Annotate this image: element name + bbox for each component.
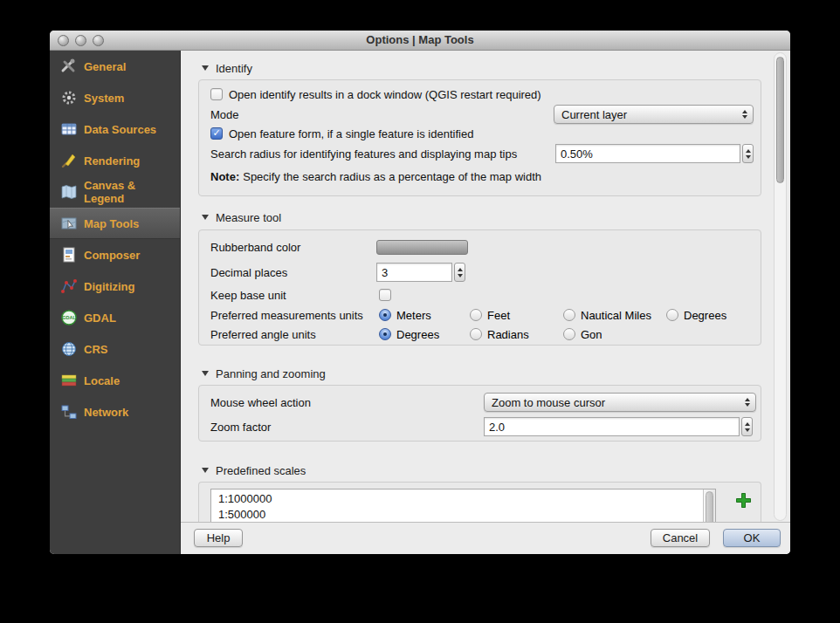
degrees-units-radio[interactable] <box>666 309 678 321</box>
sidebar-item-general[interactable]: General <box>50 51 180 82</box>
measure-groupbox: Rubberband color Decimal places Keep bas… <box>198 229 761 346</box>
sidebar-item-locale[interactable]: Locale <box>50 365 180 396</box>
preferred-units-label: Preferred measurements units <box>210 309 363 322</box>
sidebar-item-network[interactable]: Network <box>50 396 180 428</box>
cancel-button[interactable]: Cancel <box>651 529 710 547</box>
mouse-wheel-action-label: Mouse wheel action <box>210 396 311 409</box>
network-icon <box>60 403 78 421</box>
keep-base-unit-checkbox[interactable] <box>379 289 391 301</box>
note-text: Specify the search radius as a percentag… <box>243 170 541 183</box>
section-header-predefined-scales[interactable]: Predefined scales <box>202 462 306 479</box>
pencil-vertices-icon <box>60 277 78 295</box>
search-radius-input[interactable] <box>555 144 740 163</box>
page-layout-icon <box>60 246 78 264</box>
section-header-measure-tool[interactable]: Measure tool <box>202 209 281 226</box>
keep-base-unit-label: Keep base unit <box>210 289 286 302</box>
svg-text:GDAL: GDAL <box>62 315 76 320</box>
content-scrollbar[interactable] <box>774 52 787 521</box>
map-canvas-icon <box>60 183 78 201</box>
panzoom-groupbox: Mouse wheel action Zoom to mouse cursor … <box>198 385 761 442</box>
options-window: Options | Map Tools General <box>50 31 790 554</box>
identify-dock-checkbox[interactable] <box>210 88 223 100</box>
decimal-places-stepper[interactable] <box>454 263 465 282</box>
preferred-angle-label: Preferred angle units <box>210 328 316 341</box>
disclosure-triangle-icon <box>202 215 209 220</box>
zoom-factor-stepper[interactable] <box>741 417 753 436</box>
titlebar[interactable]: Options | Map Tools <box>50 31 790 51</box>
zoom-factor-label: Zoom factor <box>210 421 271 434</box>
gdal-logo-icon: GDAL <box>60 309 78 326</box>
radio-option-meters[interactable]: Meters <box>379 305 431 325</box>
radio-option-gon[interactable]: Gon <box>563 325 602 344</box>
search-radius-label: Search radius for identifying features a… <box>210 147 517 161</box>
sidebar-item-gdal[interactable]: GDAL GDAL <box>50 302 180 333</box>
table-icon <box>60 120 78 138</box>
feature-form-checkbox[interactable] <box>210 127 223 140</box>
desktop-background: Options | Map Tools General <box>0 0 840 623</box>
ok-button[interactable]: OK <box>723 529 781 547</box>
section-header-panning-zooming[interactable]: Panning and zooming <box>202 365 326 382</box>
sidebar-item-system[interactable]: System <box>50 82 180 113</box>
nautical-miles-radio[interactable] <box>563 309 575 321</box>
sidebar-item-rendering[interactable]: Rendering <box>50 145 180 176</box>
flags-icon <box>60 372 78 389</box>
disclosure-triangle-icon <box>202 468 209 473</box>
identify-groupbox: Open identify results in a dock window (… <box>198 79 761 196</box>
dialog-footer: Help Cancel OK <box>181 522 790 554</box>
search-radius-stepper[interactable] <box>742 144 754 163</box>
tools-icon <box>60 58 78 75</box>
globe-icon <box>60 340 78 358</box>
identify-dock-label: Open identify results in a dock window (… <box>229 88 541 101</box>
list-item[interactable]: 1:500000 <box>211 507 715 523</box>
window-title: Options | Map Tools <box>50 31 790 50</box>
sidebar-item-data-sources[interactable]: Data Sources <box>50 113 180 145</box>
mouse-wheel-action-dropdown[interactable]: Zoom to mouse cursor <box>484 393 756 412</box>
help-button[interactable]: Help <box>194 529 243 547</box>
sidebar-item-composer[interactable]: Composer <box>50 239 180 270</box>
gon-radio[interactable] <box>563 328 575 340</box>
gear-icon <box>60 89 78 106</box>
feet-radio[interactable] <box>470 309 482 321</box>
radians-radio[interactable] <box>470 328 482 340</box>
options-page-map-tools: Identify Open identify results in a dock… <box>181 51 790 554</box>
sidebar-item-map-tools[interactable]: Map Tools <box>50 208 180 239</box>
mode-label: Mode <box>210 108 239 121</box>
rubberband-color-button[interactable] <box>376 240 468 255</box>
disclosure-triangle-icon <box>202 371 209 376</box>
sidebar-item-crs[interactable]: CRS <box>50 333 180 365</box>
sidebar: General System Data Sources <box>50 51 181 554</box>
list-item[interactable]: 1:1000000 <box>211 490 715 507</box>
note-label: Note: <box>210 170 239 183</box>
rubberband-color-label: Rubberband color <box>210 241 300 254</box>
popup-updown-arrows-icon <box>745 398 750 407</box>
green-plus-icon <box>735 492 752 509</box>
identify-mode-dropdown[interactable]: Current layer <box>554 105 754 124</box>
sidebar-item-digitizing[interactable]: Digitizing <box>50 270 180 302</box>
radio-option-feet[interactable]: Feet <box>470 305 510 325</box>
degrees-angle-radio[interactable] <box>379 328 391 340</box>
paintbrush-icon <box>60 152 78 169</box>
add-scale-button[interactable] <box>735 492 752 509</box>
disclosure-triangle-icon <box>202 65 209 71</box>
decimal-places-label: Decimal places <box>210 266 287 279</box>
map-cursor-icon <box>60 215 78 232</box>
content-scrollbar-thumb[interactable] <box>776 57 784 183</box>
section-header-identify[interactable]: Identify <box>202 59 252 77</box>
meters-radio[interactable] <box>379 309 391 321</box>
zoom-factor-input[interactable] <box>484 417 740 436</box>
radio-option-degrees-angle[interactable]: Degrees <box>379 325 439 344</box>
radio-option-radians[interactable]: Radians <box>470 325 529 344</box>
radio-option-nautical-miles[interactable]: Nautical Miles <box>563 305 651 325</box>
radio-option-degrees-units[interactable]: Degrees <box>666 305 726 325</box>
decimal-places-input[interactable] <box>376 263 452 282</box>
sidebar-item-canvas-legend[interactable]: Canvas & Legend <box>50 176 180 208</box>
popup-updown-arrows-icon <box>742 110 747 119</box>
feature-form-label: Open feature form, if a single feature i… <box>229 127 473 140</box>
